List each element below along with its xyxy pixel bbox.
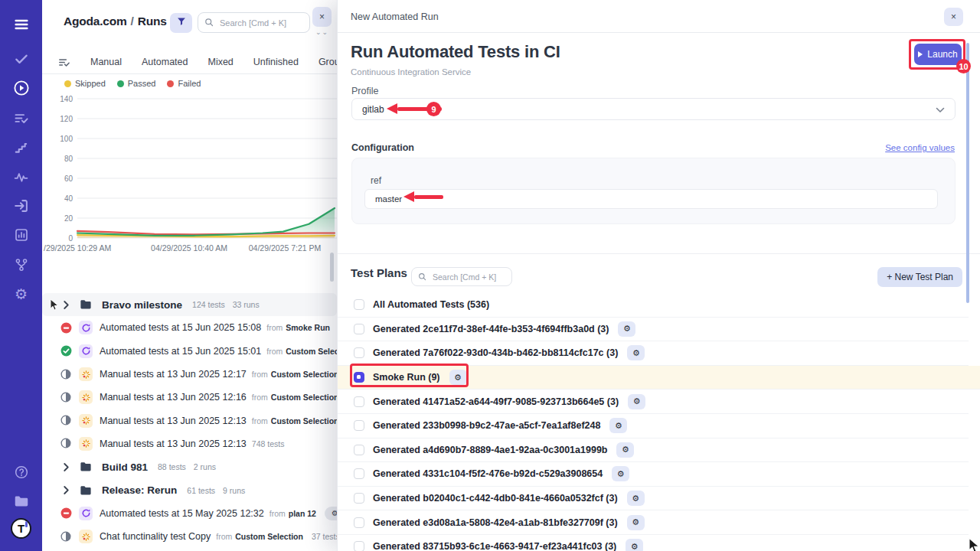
run-from-label: from	[266, 347, 283, 356]
sidebar-item-chart[interactable]	[0, 222, 42, 248]
run-row[interactable]: Manual tests at 13 Jun 2025 12:16fromCus…	[42, 386, 337, 409]
test-plan-checkbox[interactable]	[354, 517, 364, 528]
test-plan-row[interactable]: Smoke Run (9)⚙	[338, 366, 980, 390]
tab-groups[interactable]: Groups	[318, 57, 337, 67]
svg-text:04/29/2025 7:21 PM: 04/29/2025 7:21 PM	[249, 243, 322, 253]
legend-item-passed: Passed	[117, 79, 156, 88]
breadcrumb-section[interactable]: Runs	[138, 15, 167, 28]
run-tag-badge[interactable]: ⚙test	[325, 507, 337, 520]
run-row[interactable]: Manual tests at 13 Jun 2025 12:13fromCus…	[42, 409, 337, 432]
run-from-label: from	[252, 370, 268, 379]
test-plan-settings-button[interactable]: ⚙	[618, 321, 635, 337]
legend-item-skipped: Skipped	[64, 79, 106, 88]
automated-run-icon	[79, 321, 93, 334]
test-plan-checkbox[interactable]	[354, 372, 364, 383]
run-tests-count: 748 tests	[252, 439, 285, 448]
tab-manual[interactable]: Manual	[90, 57, 122, 67]
test-plan-row[interactable]: Generated 4331c104-f5f2-476e-b92d-c529a3…	[338, 462, 969, 487]
tab-automated[interactable]: Automated	[142, 57, 188, 67]
modal-scrollbar[interactable]	[966, 43, 969, 303]
profile-select[interactable]: gitlab	[351, 98, 956, 120]
test-plan-checkbox[interactable]	[354, 324, 364, 334]
ref-input[interactable]: master	[364, 189, 938, 209]
test-plan-row[interactable]: Generated e3d08a1a-5808-42e4-a1ab-81bfe3…	[338, 510, 969, 535]
run-from-label: from	[270, 509, 286, 518]
tab-unfinished[interactable]: Unfinished	[253, 57, 299, 67]
run-row[interactable]: Manual tests at 13 Jun 2025 12:17fromCus…	[42, 363, 337, 386]
run-folder-row[interactable]: Release: Rerun61 tests9 runs	[42, 478, 337, 501]
test-plan-settings-button[interactable]: ⚙	[626, 539, 643, 551]
gear-icon: ⚙	[623, 324, 631, 333]
sidebar-item-branch[interactable]	[0, 252, 42, 278]
test-plan-row[interactable]: Generated 83715b93-6c1e-4663-9417-ef23a4…	[338, 535, 969, 551]
svg-text:04/29/2025 10:40 AM: 04/29/2025 10:40 AM	[151, 243, 227, 253]
test-plan-checkbox[interactable]	[354, 420, 364, 431]
test-plan-checkbox[interactable]	[354, 493, 364, 504]
sidebar-item-gear[interactable]: ⚙	[0, 281, 42, 307]
test-plan-settings-button[interactable]: ⚙	[627, 491, 645, 506]
sidebar-item-docs[interactable]	[0, 488, 42, 514]
launch-button[interactable]: Launch	[914, 44, 962, 65]
app-logo[interactable]: T	[11, 518, 31, 539]
test-plan-settings-button[interactable]: ⚙	[612, 466, 629, 481]
test-plan-checkbox[interactable]	[354, 299, 364, 310]
run-row[interactable]: Manual tests at 13 Jun 2025 12:13748 tes…	[42, 432, 337, 455]
status-failed-icon	[60, 322, 72, 334]
left-panel-scrollbar[interactable]	[330, 253, 334, 282]
test-plan-row[interactable]: Generated 41471a52-a644-49f7-9085-923713…	[338, 390, 969, 414]
run-row[interactable]: Automated tests at 15 Jun 2025 15:08from…	[42, 316, 337, 339]
test-plan-row[interactable]: Generated 7a76f022-93d0-434b-b462-bb8114…	[338, 341, 969, 366]
sidebar-item-check[interactable]	[0, 46, 42, 72]
sidebar-item-steps[interactable]	[0, 135, 42, 161]
sidebar-item-help[interactable]	[0, 459, 42, 485]
modal-close-button[interactable]: ×	[944, 8, 963, 26]
gear-icon: ⚙	[622, 445, 629, 454]
test-plan-checkbox[interactable]	[354, 396, 364, 407]
run-from-label: from	[252, 416, 268, 425]
sidebar-item-list-check[interactable]	[0, 105, 42, 131]
test-plan-checkbox[interactable]	[354, 468, 364, 479]
test-plan-row[interactable]: All Automated Tests (536)	[338, 293, 969, 318]
test-plan-settings-button[interactable]: ⚙	[449, 370, 467, 385]
test-plan-row[interactable]: Generated b02040c1-c442-4db0-841e-4660a0…	[338, 487, 969, 511]
test-plan-checkbox[interactable]	[354, 445, 364, 455]
runs-search[interactable]	[198, 12, 310, 33]
breadcrumb-project[interactable]: Agoda.com	[64, 15, 127, 28]
test-plan-row[interactable]: Generated 233b0998-b9c2-47ae-a5cf-7ea1af…	[338, 414, 969, 439]
list-check-icon	[13, 110, 29, 126]
run-folder-row[interactable]: Build 98188 tests2 runs	[42, 455, 337, 478]
test-plan-row[interactable]: Generated 2ce11f7d-38ef-44fe-b353-4f694f…	[338, 318, 969, 342]
test-plan-label: Generated 2ce11f7d-38ef-44fe-b353-4f694f…	[373, 324, 609, 334]
test-plan-checkbox[interactable]	[354, 541, 364, 551]
run-row[interactable]: Chat functinality test CopyfromCustom Se…	[42, 525, 337, 548]
test-plan-label: Generated a4d690b7-8889-4ae1-92aa-0c3001…	[373, 445, 607, 455]
sidebar-item-menu[interactable]	[0, 11, 42, 37]
runs-search-input[interactable]	[218, 18, 303, 28]
see-config-values-link[interactable]: See config values	[885, 143, 955, 152]
test-plan-settings-button[interactable]: ⚙	[627, 345, 645, 360]
test-plan-settings-button[interactable]: ⚙	[628, 394, 645, 409]
sidebar-item-pulse[interactable]	[0, 164, 42, 190]
run-row[interactable]: Automated tests at 15 Jun 2025 15:01from…	[42, 340, 337, 363]
legend-label: Skipped	[75, 79, 106, 88]
sidebar-item-play-circle[interactable]	[0, 75, 42, 101]
runs-panel-close-button[interactable]: ×	[312, 7, 332, 27]
test-plan-checkbox[interactable]	[354, 347, 364, 358]
test-plan-settings-button[interactable]: ⚙	[616, 442, 634, 458]
run-source: Custom Selection	[286, 347, 337, 356]
tab-mixed[interactable]: Mixed	[207, 57, 233, 67]
run-tests-count: 37 tests	[312, 532, 337, 541]
test-plan-settings-button[interactable]: ⚙	[627, 515, 645, 530]
run-row[interactable]: Automated tests at 15 May 2025 12:32from…	[42, 502, 337, 525]
chevron-right-icon	[63, 485, 70, 495]
run-folder-row[interactable]: Bravo milestone124 tests33 runs	[42, 293, 337, 316]
new-test-plan-button[interactable]: + New Test Plan	[877, 267, 962, 287]
test-plans-search[interactable]	[411, 267, 512, 286]
test-plan-row[interactable]: Generated a4d690b7-8889-4ae1-92aa-0c3001…	[338, 439, 969, 463]
svg-text:0: 0	[68, 234, 73, 243]
filter-button[interactable]	[170, 13, 192, 33]
test-plans-search-input[interactable]	[431, 272, 505, 282]
partial-sort-icon: ⌄⌄	[315, 28, 328, 36]
sidebar-item-import[interactable]	[0, 193, 42, 219]
test-plan-settings-button[interactable]: ⚙	[609, 418, 627, 433]
